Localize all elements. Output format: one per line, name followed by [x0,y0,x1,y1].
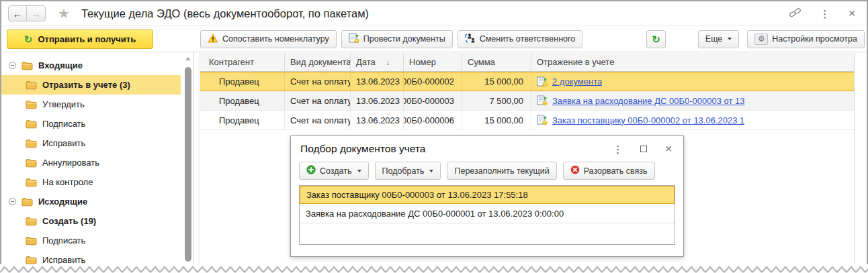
compare-nomenclature-button[interactable]: Сопоставить номенклатуру [200,30,337,48]
column-header-contragent[interactable]: Контрагент [200,53,285,71]
refill-current-button[interactable]: Перезаполнить текущий [447,162,556,180]
list-item[interactable]: Заказ поставщику 00Б0-000003 от 13.06.20… [300,186,675,204]
view-settings-button[interactable]: ⚙ Настройки просмотра [747,30,865,48]
favorite-star-icon[interactable]: ★ [58,7,70,20]
column-header-reflection[interactable]: Отражение в учете [531,53,854,71]
sidebar-item-outgoing[interactable]: Исходящие [1,192,181,211]
column-header-number[interactable]: Номер [404,53,462,71]
folder-icon [26,139,37,148]
refresh-list-button[interactable]: ↻ [646,30,666,48]
sidebar-item-annul[interactable]: Аннулировать [1,153,181,172]
titlebar-actions: ⋮ ✕ [789,7,856,21]
pick-button[interactable]: Подобрать [375,162,441,180]
dialog-toolbar: Создать Подобрать Перезаполнить текущий … [291,159,683,185]
folder-icon [21,61,33,70]
chevron-down-icon [728,38,732,40]
page-title: Текущие дела ЭДО (весь документооборот, … [81,7,369,20]
folder-icon [26,217,37,226]
warning-icon [208,34,218,45]
chevron-down-icon [429,170,433,172]
sidebar-item-reflect-in-accounting[interactable]: Отразить в учете (3) [1,75,181,95]
table-row[interactable]: Продавец Счет на оплату 13.06.2023 00Б0-… [200,72,854,91]
sidebar-folder-tree: Входящие Отразить в учете (3) Утвердить … [1,52,194,264]
sidebar-item-fix-incoming[interactable]: Исправить [1,133,181,153]
folder-icon [26,178,37,187]
break-link-button[interactable]: Разорвать связь [563,162,655,180]
sidebar-item-approve[interactable]: Утвердить [1,95,181,114]
reflection-link[interactable]: Заявка на расходование ДС 00Б0-000003 от… [552,96,745,106]
folder-icon [26,119,37,129]
pick-accounting-documents-dialog: Подбор документов учета ⋮ ✕ Создать Подо… [290,135,684,257]
change-responsible-button[interactable]: Сменить ответственного [458,30,583,48]
document-post-icon [349,33,359,46]
create-button[interactable]: Создать [299,162,369,180]
link-icon[interactable] [789,7,801,21]
send-receive-button[interactable]: ↻ Отправить и получить [7,30,153,49]
back-button[interactable]: ← [9,6,27,21]
folder-icon [26,100,37,109]
accounting-documents-list: Заказ поставщику 00Б0-000003 от 13.06.20… [299,185,675,245]
folder-icon [26,256,37,265]
plus-circle-icon [306,165,316,176]
back-arrow-icon: ← [13,8,23,19]
reflection-link[interactable]: 2 документа [552,76,602,87]
maximize-icon[interactable] [640,146,647,152]
torn-edge [0,264,868,273]
more-options-icon[interactable]: ⋮ [820,9,830,19]
table-header-row: Контрагент Вид документа Дата↓ Номер Сум… [200,53,854,72]
collapse-icon[interactable] [9,198,16,205]
edo-window: ← → ★ Текущие дела ЭДО (весь документооб… [0,0,868,273]
scrollbar-thumb[interactable] [185,67,191,262]
dialog-more-options-icon[interactable]: ⋮ [613,144,623,154]
column-header-doc-type[interactable]: Вид документа [285,53,351,71]
column-header-date[interactable]: Дата↓ [351,53,404,71]
document-reflection-icon [537,115,548,125]
forward-arrow-icon: → [31,8,41,19]
refresh-icon: ↻ [24,34,33,44]
change-responsible-icon [465,33,476,46]
reflection-link[interactable]: Заказ поставщику 00Б0-000002 от 13.06.20… [552,115,744,125]
collapse-icon[interactable] [9,62,16,69]
folder-icon [21,197,33,207]
column-header-sum[interactable]: Сумма [462,53,531,71]
sidebar-item-create[interactable]: Создать (19) [1,211,181,231]
dialog-title: Подбор документов учета [300,143,425,155]
titlebar: ← → ★ Текущие дела ЭДО (весь документооб… [1,1,867,26]
folder-icon [26,236,37,245]
folder-icon [26,80,37,90]
sort-desc-icon: ↓ [386,58,390,67]
dialog-close-icon[interactable]: ✕ [664,144,672,154]
toolbar: ↻ Отправить и получить Сопоставить номен… [1,26,867,52]
document-reflection-icon [537,76,548,87]
more-button[interactable]: Еще [698,30,739,48]
sidebar-item-on-control[interactable]: На контроле [1,172,181,192]
close-icon[interactable]: ✕ [848,9,856,18]
table-row[interactable]: Продавец Счет на оплату 13.06.2023 00Б0-… [200,91,854,111]
forward-button[interactable]: → [27,6,45,21]
sidebar-item-sign-incoming[interactable]: Подписать [1,114,181,133]
sidebar-scrollbar[interactable] [185,56,191,262]
scroll-up-icon[interactable] [185,57,191,60]
folder-icon [26,158,37,168]
dialog-titlebar: Подбор документов учета ⋮ ✕ [291,136,683,159]
document-reflection-icon [537,95,548,106]
list-item[interactable]: Заявка на расходование ДС 00Б0-000001 от… [300,204,675,223]
sidebar-item-sign-outgoing[interactable]: Подписать [1,231,181,250]
chevron-down-icon [357,170,361,172]
post-documents-button[interactable]: Провести документы [341,30,453,48]
table-row[interactable]: Продавец Счет на оплату 13.06.2023 00Б0-… [200,111,854,130]
nav-history-group: ← → [8,5,46,21]
sidebar-item-incoming[interactable]: Входящие [1,56,181,75]
gear-icon: ⚙ [754,34,768,45]
refresh-icon: ↻ [652,34,660,44]
red-cross-circle-icon [570,165,580,176]
